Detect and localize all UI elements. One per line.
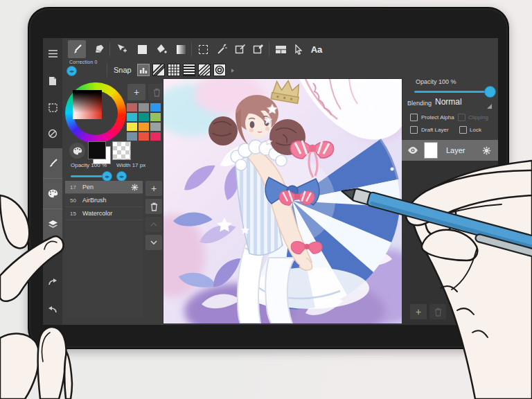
artwork-illustration <box>163 79 402 323</box>
color-swatch[interactable] <box>150 113 161 121</box>
add-layer-button[interactable]: + <box>410 304 427 319</box>
draft-layer-label: Draft Layer <box>421 127 449 133</box>
layers-tab[interactable] <box>43 209 62 240</box>
color-swatch[interactable] <box>127 113 137 121</box>
move-tool-button[interactable] <box>112 40 130 58</box>
gear-icon <box>482 146 491 155</box>
brush-row-pen[interactable]: 17 Pen <box>65 181 143 194</box>
layer-opacity-knob[interactable] <box>484 86 496 98</box>
crop-pen-tool-button[interactable] <box>249 40 267 58</box>
draft-layer-checkbox[interactable] <box>410 126 418 134</box>
brush-move-down-button[interactable] <box>145 235 162 250</box>
chevron-down-icon <box>150 240 157 245</box>
fill-bucket-tool-button[interactable] <box>152 40 170 58</box>
layer-row[interactable]: Layer <box>402 140 498 161</box>
text-tool-button[interactable]: Aa <box>306 40 327 58</box>
delete-layer-button[interactable] <box>429 304 446 319</box>
text-tool-label: Aa <box>311 44 323 55</box>
color-wheel[interactable] <box>65 82 126 143</box>
snap-more-arrow[interactable] <box>231 69 234 73</box>
layer-opacity-slider[interactable] <box>414 91 493 93</box>
pen-tool-button[interactable] <box>68 40 86 58</box>
snap-grid-button[interactable] <box>168 64 180 76</box>
delete-brush-button[interactable] <box>145 199 162 214</box>
swatch-grid <box>127 103 162 141</box>
tablet-device: Aa Correction 0 ◂▸ Snap <box>28 7 509 349</box>
brush-name: AirBrush <box>82 197 107 204</box>
eye-icon <box>407 146 418 154</box>
transform-tool-button[interactable] <box>231 40 249 58</box>
toolbar-separator <box>191 42 192 56</box>
brush-settings-gear[interactable] <box>131 184 139 191</box>
brush-tab[interactable] <box>43 148 62 179</box>
brush-opacity-knob[interactable]: ◂▸ <box>102 171 112 181</box>
layer-settings-gear[interactable] <box>482 146 491 155</box>
marquee-icon <box>199 45 208 54</box>
shape-tool-button[interactable] <box>133 40 151 58</box>
add-layer-label: + <box>416 306 421 317</box>
palette-tab[interactable] <box>43 179 62 209</box>
color-swatch[interactable] <box>139 103 149 112</box>
color-swatch[interactable] <box>127 132 137 141</box>
correction-knob[interactable]: ◂▸ <box>66 66 77 76</box>
color-swatch[interactable] <box>139 113 149 121</box>
layer-name: Layer <box>446 146 466 154</box>
layer-thumbnail <box>424 142 438 159</box>
crop-pen-icon <box>253 44 264 55</box>
trash-icon <box>150 202 158 211</box>
snap-radial-button[interactable] <box>213 64 226 76</box>
redo-icon[interactable] <box>43 272 62 292</box>
deselect-icon[interactable] <box>43 124 62 143</box>
snap-off-button[interactable] <box>137 64 150 76</box>
snap-vanishing-button[interactable] <box>198 64 211 76</box>
color-swatch[interactable] <box>127 123 137 131</box>
blending-value: Normal <box>435 97 462 107</box>
eraser-tool-button[interactable] <box>90 40 108 58</box>
add-swatch-label: + <box>134 87 139 98</box>
protect-alpha-checkbox[interactable] <box>410 114 418 121</box>
transparent-color-swatch[interactable] <box>112 141 131 160</box>
clipping-label: Clipping <box>468 114 488 121</box>
pointer-icon <box>294 44 303 55</box>
pointer-tool-button[interactable] <box>290 40 308 58</box>
color-swatch[interactable] <box>150 132 161 141</box>
split-canvas-button[interactable] <box>272 40 290 58</box>
file-icon[interactable] <box>43 71 62 91</box>
add-brush-button[interactable]: + <box>145 181 162 196</box>
undo-icon[interactable] <box>43 300 62 319</box>
color-swatch[interactable] <box>150 123 161 131</box>
color-swatch[interactable] <box>139 123 149 131</box>
snap-horizontal-button[interactable] <box>183 64 195 76</box>
layer-visibility-toggle[interactable] <box>407 146 418 154</box>
brush-opacity-label: Opacity 100 % <box>71 162 107 168</box>
color-swatch[interactable] <box>139 132 149 141</box>
select-icon[interactable] <box>43 98 62 117</box>
menu-icon[interactable] <box>43 44 62 63</box>
clipping-checkbox[interactable] <box>458 114 466 121</box>
canvas-artwork[interactable] <box>163 79 402 323</box>
brush-move-up-button[interactable] <box>145 217 162 232</box>
brush-width-knob[interactable]: ◂▸ <box>116 171 127 181</box>
shape-icon <box>138 45 147 54</box>
blending-dropdown[interactable]: Normal <box>435 97 493 109</box>
panel-tabs <box>43 148 62 240</box>
open-palette-button[interactable] <box>69 143 85 159</box>
brush-icon <box>48 159 57 168</box>
magic-wand-tool-button[interactable] <box>213 40 231 58</box>
brush-list: 17 Pen 50 AirBrush 15 Watercolor <box>65 181 143 319</box>
gradient-tool-button[interactable] <box>172 40 190 58</box>
snap-parallel-button[interactable] <box>152 64 165 76</box>
lock-checkbox[interactable] <box>459 126 467 134</box>
brush-row-watercolor[interactable]: 15 Watercolor <box>65 207 143 220</box>
layers-icon <box>48 220 58 229</box>
add-swatch-button[interactable]: + <box>127 84 145 100</box>
marquee-select-tool-button[interactable] <box>194 40 212 58</box>
saturation-square[interactable] <box>73 90 102 119</box>
chevron-up-icon <box>150 222 157 227</box>
toolbar-separator <box>107 63 107 77</box>
foreground-color-swatch[interactable] <box>88 141 106 159</box>
color-swatch[interactable] <box>150 103 161 112</box>
brush-row-airbrush[interactable]: 50 AirBrush <box>65 194 143 207</box>
color-swatch[interactable] <box>127 103 137 112</box>
delete-swatch-button[interactable] <box>148 84 165 100</box>
